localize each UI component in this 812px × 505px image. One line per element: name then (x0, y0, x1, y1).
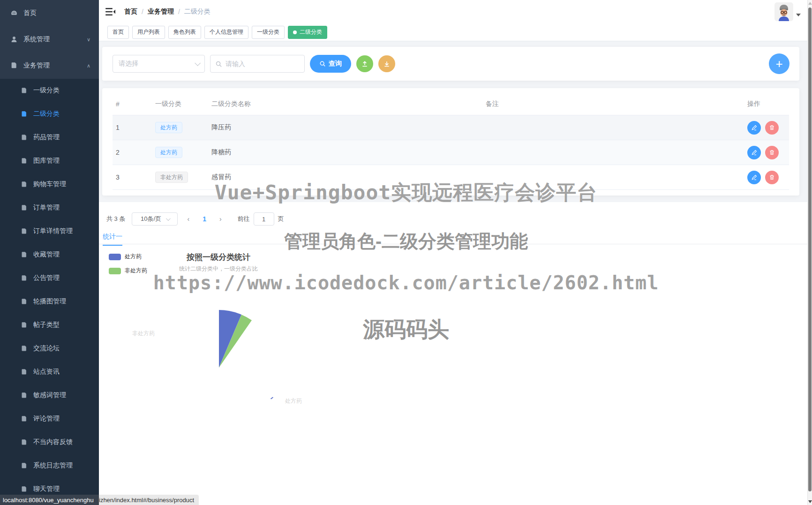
sidebar-submenu-item[interactable]: 订单详情管理 (0, 219, 99, 243)
category-select[interactable]: 请选择 (113, 55, 205, 73)
active-dot (293, 30, 297, 34)
export-button[interactable] (378, 55, 395, 72)
sidebar-submenu-item[interactable]: 公告管理 (0, 266, 99, 290)
tag-tab[interactable]: 个人信息管理 × (204, 26, 248, 39)
keyword-input[interactable] (226, 60, 296, 68)
tag-tab-label: 一级分类 (257, 28, 279, 36)
sidebar-submenu-item[interactable]: 订单管理 (0, 196, 99, 219)
delete-button[interactable] (765, 146, 779, 159)
legend-swatch-blue (109, 254, 121, 260)
goto-page-input[interactable] (254, 212, 274, 226)
sidebar-item-home[interactable]: 首页 (0, 0, 99, 26)
goto-page: 前往 页 (238, 212, 284, 226)
breadcrumb-separator: / (178, 8, 180, 15)
edit-button[interactable] (747, 121, 761, 135)
download-icon (383, 60, 391, 68)
sidebar-submenu-item[interactable]: 收藏管理 (0, 243, 99, 266)
sidebar-submenu-item[interactable]: 二级分类 (0, 102, 99, 126)
caret-down-icon (796, 14, 801, 16)
pie-svg (178, 282, 328, 385)
page-size-select[interactable]: 10条/页 (132, 212, 178, 226)
sidebar-submenu-item[interactable]: 不当内容反馈 (0, 430, 99, 454)
document-icon (21, 204, 28, 211)
edit-button[interactable] (747, 171, 761, 184)
tab-stats-1[interactable]: 统计一 (103, 233, 122, 246)
query-button-label: 查询 (329, 60, 342, 68)
prev-page-button[interactable]: ‹ (182, 215, 194, 223)
document-icon (21, 111, 28, 118)
document-icon (21, 251, 28, 258)
delete-button[interactable] (765, 121, 779, 135)
scroll-up-arrow-icon[interactable] (808, 2, 812, 5)
sidebar-submenu-item[interactable]: 站点资讯 (0, 360, 99, 384)
upload-icon (361, 60, 368, 68)
scroll-down-arrow-icon[interactable] (808, 500, 812, 503)
sidebar-submenu-item[interactable]: 系统日志管理 (0, 454, 99, 477)
tag-tab[interactable]: 二级分类 × (288, 26, 327, 39)
tag-tab[interactable]: 用户列表 × (132, 26, 165, 39)
trash-icon (769, 149, 775, 156)
status-url-light-segment: izhen/index.html#/business/product (99, 495, 199, 505)
column-header-category: 一级分类 (151, 100, 208, 108)
breadcrumb-business[interactable]: 业务管理 (148, 8, 174, 16)
sidebar-submenu-item[interactable]: 评论管理 (0, 407, 99, 430)
chevron-down-icon (166, 216, 171, 221)
chart-subtitle: 统计二级分类中，一级分类占比 (131, 265, 306, 273)
breadcrumb-home[interactable]: 首页 (124, 8, 137, 16)
next-page-button[interactable]: › (215, 215, 226, 223)
page-size-value: 10条/页 (141, 215, 161, 223)
import-button[interactable] (356, 55, 373, 72)
current-page[interactable]: 1 (199, 215, 210, 223)
pie-label-otc: 非处方药 (132, 330, 155, 338)
sidebar-item-label: 系统管理 (23, 35, 87, 44)
sidebar-submenu-item[interactable]: 轮播图管理 (0, 290, 99, 313)
sidebar-submenu-item[interactable]: 一级分类 (0, 79, 99, 102)
sidebar-submenu-label: 轮播图管理 (33, 297, 66, 306)
sidebar-submenu-item[interactable]: 药品管理 (0, 126, 99, 149)
topbar: 首页 / 业务管理 / 二级分类 (99, 0, 807, 23)
sidebar-submenu-item[interactable]: 购物车管理 (0, 173, 99, 196)
user-icon (10, 36, 18, 43)
category-tag: 处方药 (155, 147, 182, 158)
chevron-up-icon: ∧ (87, 63, 90, 69)
user-menu[interactable] (774, 2, 801, 21)
select-placeholder: 请选择 (119, 60, 138, 68)
tag-tab[interactable]: 一级分类 × (252, 26, 285, 39)
content-workspace: 请选择 查询 + (99, 41, 807, 202)
pie-label-prescription: 处方药 (285, 397, 302, 405)
search-icon (215, 60, 222, 68)
sidebar-submenu-item[interactable]: 图库管理 (0, 149, 99, 173)
add-button[interactable]: + (769, 53, 789, 74)
delete-button[interactable] (765, 171, 779, 184)
sidebar-submenu-label: 图库管理 (33, 157, 60, 165)
cell-name: 感冒药 (208, 173, 482, 181)
vertical-scrollbar (807, 0, 812, 505)
sidebar-submenu-item[interactable]: 帖子类型 (0, 313, 99, 337)
tag-tab-label: 二级分类 (300, 28, 322, 36)
edit-button[interactable] (747, 146, 761, 159)
scrollbar-thumb[interactable] (808, 8, 812, 491)
sidebar-submenu: 一级分类 二级分类 药品管理 图库管理 (0, 79, 99, 501)
document-icon (21, 415, 28, 422)
tag-tab[interactable]: 首页 × (107, 26, 129, 39)
sidebar-submenu-item[interactable]: 交流论坛 (0, 337, 99, 360)
cell-name: 降糖药 (208, 148, 482, 157)
sidebar-submenu-item[interactable]: 敏感词管理 (0, 384, 99, 407)
document-icon (21, 369, 28, 376)
sidebar-submenu-label: 订单详情管理 (33, 227, 73, 235)
query-button[interactable]: 查询 (310, 55, 351, 73)
hamburger-fold-icon (105, 8, 116, 16)
status-url-bubble: localhost:8080/vue_yuanchenghu izhen/ind… (0, 495, 199, 505)
tag-tab[interactable]: 角色列表 × (168, 26, 201, 39)
category-tag: 处方药 (155, 122, 182, 133)
sidebar-item-system[interactable]: 系统管理 ∨ (0, 26, 99, 53)
tag-tab-label: 角色列表 (173, 28, 196, 36)
column-header-index: # (113, 100, 151, 108)
document-icon (10, 62, 18, 69)
sidebar-collapse-button[interactable] (105, 8, 116, 16)
avatar[interactable] (774, 2, 793, 21)
breadcrumb-separator: / (142, 8, 143, 15)
dashboard-icon (10, 9, 18, 17)
sidebar-submenu-label: 收藏管理 (33, 250, 60, 259)
sidebar-item-business[interactable]: 业务管理 ∧ (0, 53, 99, 79)
